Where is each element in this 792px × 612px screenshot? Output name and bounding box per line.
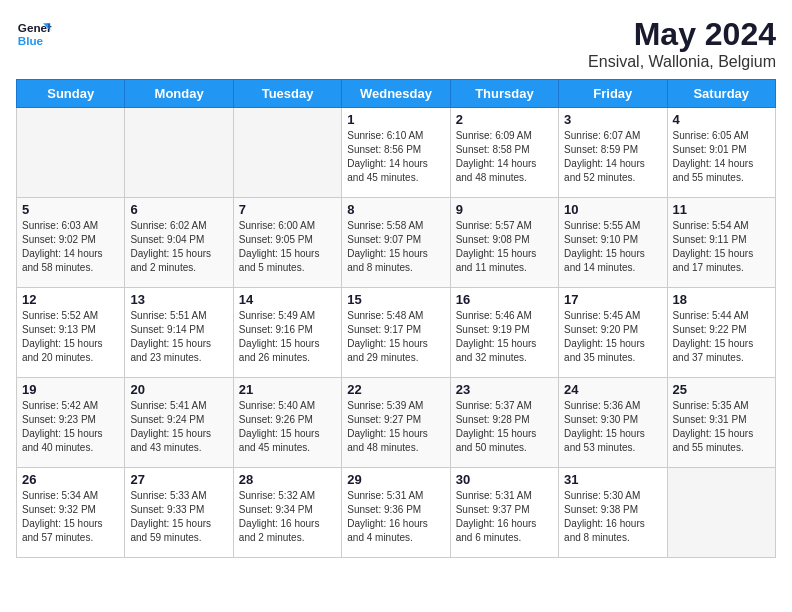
day-number: 19: [22, 382, 119, 397]
day-number: 18: [673, 292, 770, 307]
day-number: 7: [239, 202, 336, 217]
day-number: 31: [564, 472, 661, 487]
calendar-cell: 29Sunrise: 5:31 AM Sunset: 9:36 PM Dayli…: [342, 468, 450, 558]
calendar-cell: 27Sunrise: 5:33 AM Sunset: 9:33 PM Dayli…: [125, 468, 233, 558]
calendar-cell: 16Sunrise: 5:46 AM Sunset: 9:19 PM Dayli…: [450, 288, 558, 378]
weekday-header-cell: Thursday: [450, 80, 558, 108]
day-number: 21: [239, 382, 336, 397]
day-number: 23: [456, 382, 553, 397]
cell-info: Sunrise: 5:55 AM Sunset: 9:10 PM Dayligh…: [564, 219, 661, 275]
location-title: Ensival, Wallonia, Belgium: [588, 53, 776, 71]
cell-info: Sunrise: 5:31 AM Sunset: 9:36 PM Dayligh…: [347, 489, 444, 545]
cell-info: Sunrise: 5:33 AM Sunset: 9:33 PM Dayligh…: [130, 489, 227, 545]
cell-info: Sunrise: 5:41 AM Sunset: 9:24 PM Dayligh…: [130, 399, 227, 455]
day-number: 24: [564, 382, 661, 397]
day-number: 17: [564, 292, 661, 307]
calendar-cell: 23Sunrise: 5:37 AM Sunset: 9:28 PM Dayli…: [450, 378, 558, 468]
day-number: 9: [456, 202, 553, 217]
day-number: 13: [130, 292, 227, 307]
title-area: May 2024 Ensival, Wallonia, Belgium: [588, 16, 776, 71]
day-number: 2: [456, 112, 553, 127]
day-number: 16: [456, 292, 553, 307]
calendar-week-row: 5Sunrise: 6:03 AM Sunset: 9:02 PM Daylig…: [17, 198, 776, 288]
cell-info: Sunrise: 5:46 AM Sunset: 9:19 PM Dayligh…: [456, 309, 553, 365]
cell-info: Sunrise: 5:32 AM Sunset: 9:34 PM Dayligh…: [239, 489, 336, 545]
calendar-cell: 7Sunrise: 6:00 AM Sunset: 9:05 PM Daylig…: [233, 198, 341, 288]
cell-info: Sunrise: 6:09 AM Sunset: 8:58 PM Dayligh…: [456, 129, 553, 185]
day-number: 15: [347, 292, 444, 307]
day-number: 5: [22, 202, 119, 217]
calendar-cell: [125, 108, 233, 198]
cell-info: Sunrise: 5:39 AM Sunset: 9:27 PM Dayligh…: [347, 399, 444, 455]
calendar-cell: 17Sunrise: 5:45 AM Sunset: 9:20 PM Dayli…: [559, 288, 667, 378]
calendar-cell: 20Sunrise: 5:41 AM Sunset: 9:24 PM Dayli…: [125, 378, 233, 468]
day-number: 27: [130, 472, 227, 487]
calendar-cell: 4Sunrise: 6:05 AM Sunset: 9:01 PM Daylig…: [667, 108, 775, 198]
cell-info: Sunrise: 6:10 AM Sunset: 8:56 PM Dayligh…: [347, 129, 444, 185]
day-number: 28: [239, 472, 336, 487]
svg-text:General: General: [18, 21, 52, 34]
month-title: May 2024: [588, 16, 776, 53]
day-number: 30: [456, 472, 553, 487]
calendar-cell: 28Sunrise: 5:32 AM Sunset: 9:34 PM Dayli…: [233, 468, 341, 558]
calendar-cell: 15Sunrise: 5:48 AM Sunset: 9:17 PM Dayli…: [342, 288, 450, 378]
weekday-header-cell: Friday: [559, 80, 667, 108]
day-number: 20: [130, 382, 227, 397]
calendar-week-row: 12Sunrise: 5:52 AM Sunset: 9:13 PM Dayli…: [17, 288, 776, 378]
calendar-cell: 14Sunrise: 5:49 AM Sunset: 9:16 PM Dayli…: [233, 288, 341, 378]
weekday-header-cell: Saturday: [667, 80, 775, 108]
logo-icon: General Blue: [16, 16, 52, 52]
cell-info: Sunrise: 5:45 AM Sunset: 9:20 PM Dayligh…: [564, 309, 661, 365]
calendar-cell: 11Sunrise: 5:54 AM Sunset: 9:11 PM Dayli…: [667, 198, 775, 288]
day-number: 26: [22, 472, 119, 487]
cell-info: Sunrise: 5:49 AM Sunset: 9:16 PM Dayligh…: [239, 309, 336, 365]
cell-info: Sunrise: 5:52 AM Sunset: 9:13 PM Dayligh…: [22, 309, 119, 365]
cell-info: Sunrise: 5:31 AM Sunset: 9:37 PM Dayligh…: [456, 489, 553, 545]
weekday-header-cell: Wednesday: [342, 80, 450, 108]
cell-info: Sunrise: 5:57 AM Sunset: 9:08 PM Dayligh…: [456, 219, 553, 275]
calendar-cell: 25Sunrise: 5:35 AM Sunset: 9:31 PM Dayli…: [667, 378, 775, 468]
day-number: 6: [130, 202, 227, 217]
cell-info: Sunrise: 6:07 AM Sunset: 8:59 PM Dayligh…: [564, 129, 661, 185]
day-number: 11: [673, 202, 770, 217]
calendar-cell: 5Sunrise: 6:03 AM Sunset: 9:02 PM Daylig…: [17, 198, 125, 288]
cell-info: Sunrise: 6:00 AM Sunset: 9:05 PM Dayligh…: [239, 219, 336, 275]
day-number: 3: [564, 112, 661, 127]
calendar-week-row: 19Sunrise: 5:42 AM Sunset: 9:23 PM Dayli…: [17, 378, 776, 468]
day-number: 29: [347, 472, 444, 487]
cell-info: Sunrise: 5:35 AM Sunset: 9:31 PM Dayligh…: [673, 399, 770, 455]
day-number: 14: [239, 292, 336, 307]
day-number: 22: [347, 382, 444, 397]
cell-info: Sunrise: 5:34 AM Sunset: 9:32 PM Dayligh…: [22, 489, 119, 545]
day-number: 1: [347, 112, 444, 127]
calendar-cell: 1Sunrise: 6:10 AM Sunset: 8:56 PM Daylig…: [342, 108, 450, 198]
calendar-cell: 6Sunrise: 6:02 AM Sunset: 9:04 PM Daylig…: [125, 198, 233, 288]
weekday-header-row: SundayMondayTuesdayWednesdayThursdayFrid…: [17, 80, 776, 108]
cell-info: Sunrise: 5:40 AM Sunset: 9:26 PM Dayligh…: [239, 399, 336, 455]
cell-info: Sunrise: 5:42 AM Sunset: 9:23 PM Dayligh…: [22, 399, 119, 455]
calendar-cell: 31Sunrise: 5:30 AM Sunset: 9:38 PM Dayli…: [559, 468, 667, 558]
page-header: General Blue May 2024 Ensival, Wallonia,…: [16, 16, 776, 71]
calendar-cell: 18Sunrise: 5:44 AM Sunset: 9:22 PM Dayli…: [667, 288, 775, 378]
calendar-cell: 22Sunrise: 5:39 AM Sunset: 9:27 PM Dayli…: [342, 378, 450, 468]
day-number: 8: [347, 202, 444, 217]
calendar-cell: 8Sunrise: 5:58 AM Sunset: 9:07 PM Daylig…: [342, 198, 450, 288]
calendar-cell: [233, 108, 341, 198]
day-number: 4: [673, 112, 770, 127]
cell-info: Sunrise: 5:58 AM Sunset: 9:07 PM Dayligh…: [347, 219, 444, 275]
weekday-header-cell: Sunday: [17, 80, 125, 108]
calendar-cell: 24Sunrise: 5:36 AM Sunset: 9:30 PM Dayli…: [559, 378, 667, 468]
day-number: 12: [22, 292, 119, 307]
cell-info: Sunrise: 5:37 AM Sunset: 9:28 PM Dayligh…: [456, 399, 553, 455]
cell-info: Sunrise: 5:44 AM Sunset: 9:22 PM Dayligh…: [673, 309, 770, 365]
weekday-header-cell: Monday: [125, 80, 233, 108]
day-number: 10: [564, 202, 661, 217]
cell-info: Sunrise: 5:51 AM Sunset: 9:14 PM Dayligh…: [130, 309, 227, 365]
cell-info: Sunrise: 6:02 AM Sunset: 9:04 PM Dayligh…: [130, 219, 227, 275]
calendar-week-row: 1Sunrise: 6:10 AM Sunset: 8:56 PM Daylig…: [17, 108, 776, 198]
cell-info: Sunrise: 6:05 AM Sunset: 9:01 PM Dayligh…: [673, 129, 770, 185]
logo: General Blue: [16, 16, 52, 52]
cell-info: Sunrise: 6:03 AM Sunset: 9:02 PM Dayligh…: [22, 219, 119, 275]
svg-text:Blue: Blue: [18, 34, 44, 47]
calendar-cell: 13Sunrise: 5:51 AM Sunset: 9:14 PM Dayli…: [125, 288, 233, 378]
